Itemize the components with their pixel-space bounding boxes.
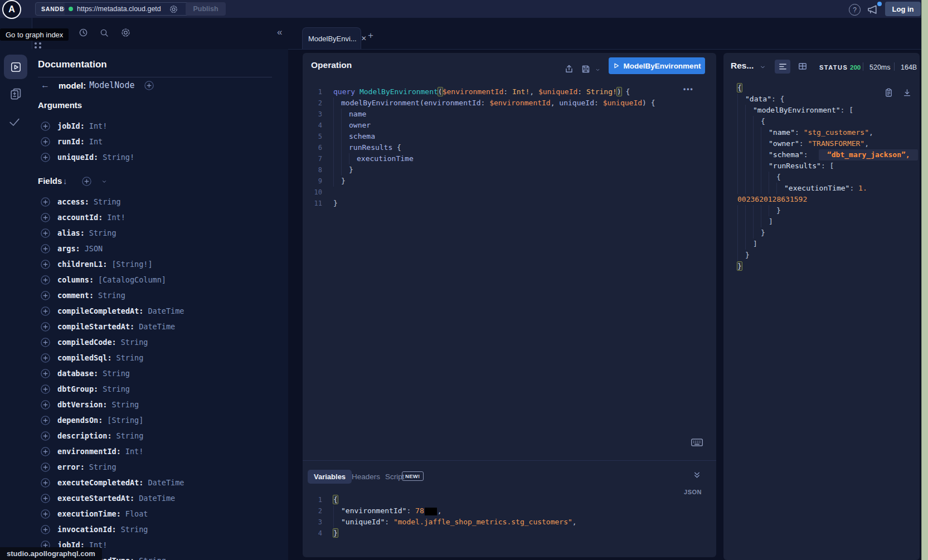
code-line[interactable]: 5schema	[303, 131, 716, 142]
field-type[interactable]: JSON	[85, 244, 103, 253]
code-line[interactable]: 7executionTime	[303, 153, 716, 164]
code-line[interactable]: 6runResults {	[303, 142, 716, 153]
code-line[interactable]: 4owner	[303, 120, 716, 131]
field-type[interactable]: String	[116, 431, 144, 440]
share-icon[interactable]	[564, 64, 574, 74]
view-as-table-icon[interactable]	[798, 61, 808, 71]
response-title[interactable]: Res...	[731, 61, 754, 71]
save-options-chevron-icon[interactable]	[595, 67, 601, 72]
schema-field-row[interactable]: error:String	[32, 459, 288, 475]
variables-editor[interactable]: 1{2"environmentId": 78,3"uniqueId": "mod…	[303, 494, 716, 539]
field-type[interactable]: DateTime	[148, 478, 184, 487]
field-type[interactable]: Int!	[125, 447, 144, 456]
view-as-json-button[interactable]	[775, 60, 790, 74]
schema-field-row[interactable]: executionTime:Float	[32, 506, 288, 522]
field-type[interactable]: [String]	[107, 416, 143, 425]
add-field-icon[interactable]	[41, 213, 50, 222]
schema-field-row[interactable]: jobId:Int!	[32, 118, 288, 134]
schema-field-row[interactable]: uniqueId:String!	[32, 149, 288, 165]
add-field-icon[interactable]	[41, 244, 50, 254]
schema-field-row[interactable]: compiledCode:String	[32, 334, 288, 350]
schema-field-row[interactable]: comment:String	[32, 288, 288, 303]
code-line[interactable]: 8}	[303, 164, 716, 176]
close-tab-icon[interactable]: ✕	[361, 35, 367, 42]
sidebar-item-schema-icon[interactable]	[9, 87, 22, 100]
code-line[interactable]: 2modelByEnvironment(environmentId: $envi…	[303, 98, 716, 109]
schema-field-row[interactable]: executeStartedAt:DateTime	[32, 490, 288, 506]
fields-options-chevron-icon[interactable]	[101, 179, 108, 184]
add-type-icon[interactable]	[144, 81, 154, 90]
add-field-icon[interactable]	[41, 275, 50, 285]
schema-field-row[interactable]: dbtGroup:String	[32, 381, 288, 397]
new-tab-icon[interactable]: +	[368, 30, 373, 41]
code-line[interactable]: 1query ModelByEnvironment($environmentId…	[303, 86, 716, 98]
schema-field-row[interactable]: compileCompletedAt:DateTime	[32, 303, 288, 319]
field-type[interactable]: String!	[103, 153, 134, 162]
schema-field-row[interactable]: dependsOn:[String]	[32, 412, 288, 428]
add-field-icon[interactable]	[41, 462, 50, 472]
field-type[interactable]: String	[103, 369, 130, 378]
field-type[interactable]: Int!	[107, 213, 125, 222]
add-field-icon[interactable]	[41, 228, 50, 238]
schema-field-row[interactable]: columns:[CatalogColumn]	[32, 272, 288, 288]
schema-field-row[interactable]: environmentId:Int!	[32, 444, 288, 459]
schema-field-row[interactable]: executeCompletedAt:DateTime	[32, 475, 288, 490]
schema-field-row[interactable]: runId:Int	[32, 134, 288, 149]
keyboard-shortcuts-icon[interactable]	[691, 439, 703, 446]
field-type[interactable]: String	[121, 338, 148, 347]
code-line[interactable]: 2"environmentId": 78,	[303, 505, 716, 517]
add-all-fields-icon[interactable]	[82, 177, 91, 186]
publish-button[interactable]: Publish	[186, 2, 226, 16]
add-field-icon[interactable]	[41, 384, 50, 394]
collapse-sidebar-icon[interactable]: «	[277, 27, 282, 38]
response-dropdown-chevron-icon[interactable]	[759, 64, 766, 70]
add-field-icon[interactable]	[41, 494, 50, 503]
field-type[interactable]: String	[121, 525, 148, 534]
add-field-icon[interactable]	[41, 369, 50, 378]
field-type[interactable]: String	[111, 400, 139, 409]
login-button[interactable]: Log in	[885, 2, 921, 16]
add-field-icon[interactable]	[41, 121, 50, 131]
field-type[interactable]: Float	[125, 509, 148, 518]
history-clock-icon[interactable]	[78, 27, 89, 38]
add-field-icon[interactable]	[41, 322, 50, 332]
search-icon[interactable]	[99, 28, 109, 38]
schema-field-row[interactable]: compileStartedAt:DateTime	[32, 319, 288, 334]
field-type[interactable]: DateTime	[139, 322, 175, 331]
schema-field-row[interactable]: compiledSql:String	[32, 350, 288, 366]
schema-field-row[interactable]: dbtVersion:String	[32, 397, 288, 412]
query-editor[interactable]: 1query ModelByEnvironment($environmentId…	[303, 86, 716, 209]
add-field-icon[interactable]	[41, 353, 50, 363]
tab-headers[interactable]: Headers	[352, 473, 380, 481]
add-field-icon[interactable]	[41, 509, 50, 519]
endpoint-url-input[interactable]: https://metadata.cloud.getd	[65, 2, 192, 16]
code-line[interactable]: 3name	[303, 109, 716, 120]
add-field-icon[interactable]	[41, 447, 50, 456]
field-type[interactable]: [String!]	[111, 260, 152, 269]
sort-fields-icon[interactable]: ↓	[63, 176, 67, 186]
code-line[interactable]: 9}	[303, 176, 716, 187]
settings-gear-icon[interactable]	[120, 27, 131, 38]
announcements-megaphone-icon[interactable]	[866, 3, 879, 16]
field-type[interactable]: Int	[89, 137, 103, 146]
schema-field-row[interactable]: args:JSON	[32, 241, 288, 256]
code-line[interactable]: 1{	[303, 494, 716, 505]
field-type[interactable]: String	[98, 291, 125, 300]
field-type[interactable]: String	[139, 556, 166, 560]
help-icon[interactable]: ?	[849, 4, 861, 16]
save-icon[interactable]	[581, 64, 591, 74]
add-field-icon[interactable]	[41, 306, 50, 316]
schema-field-row[interactable]: invocationId:String	[32, 522, 288, 537]
add-field-icon[interactable]	[41, 400, 50, 410]
code-line[interactable]: 10	[303, 187, 716, 198]
apollo-logo-icon[interactable]: A	[2, 0, 21, 19]
sidebar-item-explorer[interactable]	[4, 55, 27, 79]
tab-variables[interactable]: Variables	[308, 470, 352, 484]
add-field-icon[interactable]	[41, 431, 50, 441]
field-type[interactable]: String	[94, 197, 121, 206]
add-field-icon[interactable]	[41, 525, 50, 534]
add-field-icon[interactable]	[41, 153, 50, 162]
schema-field-row[interactable]: alias:String	[32, 225, 288, 241]
sidebar-item-checks-icon[interactable]	[7, 115, 22, 129]
add-field-icon[interactable]	[41, 260, 50, 269]
